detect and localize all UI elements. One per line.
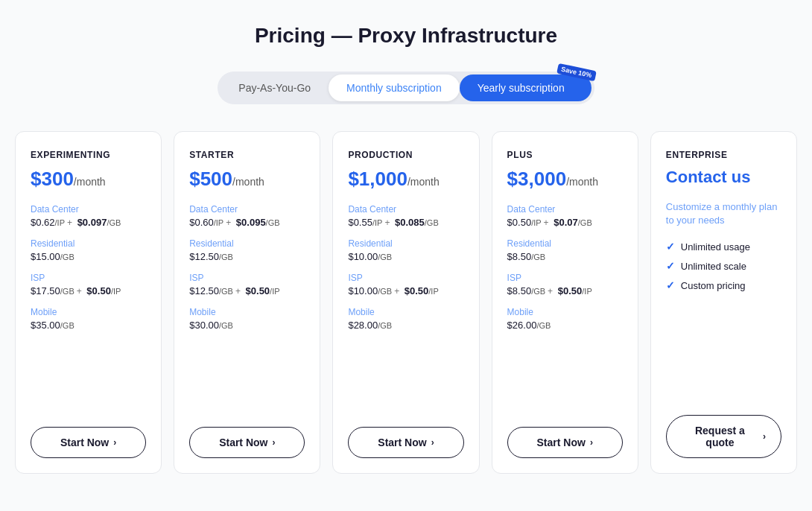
check-icon: ✓: [666, 279, 675, 291]
enterprise-subtitle: Customize a monthly plan to your needs: [666, 200, 781, 227]
pricing-card-starter: STARTER $500/month Data Center $0.60/IP+…: [174, 131, 320, 474]
pricing-cards: EXPERIMENTING $300/month Data Center $0.…: [15, 131, 797, 474]
feature-section: Mobile $26.00/GB: [507, 307, 623, 331]
feature-section: Mobile $35.00/GB: [31, 307, 146, 331]
feature-value: $0.62/IP+ $0.097/GB: [31, 217, 146, 228]
pricing-card-plus: PLUS $3,000/month Data Center $0.50/IP+ …: [492, 131, 638, 474]
feature-value: $12.50/GB+ $0.50/IP: [189, 285, 305, 296]
plan-price-starter: $500/month: [189, 168, 305, 191]
feature-category: Data Center: [31, 204, 146, 215]
feature-value: $8.50/GB: [507, 251, 623, 262]
check-icon: ✓: [666, 260, 675, 272]
chevron-right-icon: ›: [113, 437, 116, 448]
feature-value: $35.00/GB: [31, 320, 146, 331]
feature-category: ISP: [31, 273, 146, 283]
feature-section: Data Center $0.55/IP+ $0.085/GB: [348, 204, 463, 228]
plan-price-production: $1,000/month: [348, 168, 463, 191]
enterprise-feature: ✓ Unlimited scale: [666, 260, 781, 272]
billing-toggle: Pay-As-You-Go Monthly subscription Yearl…: [218, 72, 594, 104]
feature-value: $15.00/GB: [31, 251, 146, 262]
billing-option-payg[interactable]: Pay-As-You-Go: [221, 74, 329, 101]
feature-value: $12.50/GB: [189, 251, 305, 262]
feature-section: Mobile $28.00/GB: [348, 307, 463, 331]
plan-name-enterprise: ENTERPRISE: [666, 150, 781, 160]
feature-section: Mobile $30.00/GB: [189, 307, 305, 331]
plan-name-starter: STARTER: [189, 150, 305, 160]
feature-section: Residential $15.00/GB: [31, 238, 146, 262]
pricing-card-enterprise: ENTERPRISEContact usCustomize a monthly …: [650, 131, 797, 474]
feature-category: ISP: [507, 273, 623, 283]
chevron-right-icon: ›: [763, 431, 766, 442]
feature-value: $17.50/GB+ $0.50/IP: [31, 285, 146, 296]
feature-section: Data Center $0.50/IP+ $0.07/GB: [507, 204, 623, 228]
feature-category: Mobile: [189, 307, 305, 317]
feature-category: Residential: [31, 238, 146, 249]
plan-name-production: PRODUCTION: [348, 150, 463, 160]
feature-section: ISP $8.50/GB+ $0.50/IP: [507, 273, 623, 296]
feature-value: $0.60/IP+ $0.095/GB: [189, 217, 305, 228]
feature-category: Mobile: [348, 307, 463, 317]
cta-button-production[interactable]: Start Now ›: [348, 427, 463, 458]
feature-value: $0.50/IP+ $0.07/GB: [507, 217, 623, 228]
feature-value: $0.55/IP+ $0.085/GB: [348, 217, 463, 228]
enterprise-feature: ✓ Custom pricing: [666, 279, 781, 291]
feature-category: Residential: [189, 238, 305, 249]
feature-value: $8.50/GB+ $0.50/IP: [507, 285, 623, 296]
enterprise-feature: ✓ Unlimited usage: [666, 241, 781, 253]
plan-price-enterprise: Contact us: [666, 168, 781, 187]
feature-category: Data Center: [348, 204, 463, 215]
feature-section: ISP $12.50/GB+ $0.50/IP: [189, 273, 305, 296]
feature-category: ISP: [348, 273, 463, 283]
feature-section: Data Center $0.60/IP+ $0.095/GB: [189, 204, 305, 228]
billing-option-yearly[interactable]: Yearly subscription Save 10%: [460, 74, 591, 101]
cta-button-plus[interactable]: Start Now ›: [507, 427, 623, 458]
feature-section: Data Center $0.62/IP+ $0.097/GB: [31, 204, 146, 228]
feature-value: $30.00/GB: [189, 320, 305, 331]
save-badge: Save 10%: [556, 63, 596, 81]
feature-value: $10.00/GB: [348, 251, 463, 262]
feature-category: Mobile: [31, 307, 146, 317]
feature-section: Residential $10.00/GB: [348, 238, 463, 262]
plan-name-plus: PLUS: [507, 150, 623, 160]
feature-category: Residential: [507, 238, 623, 249]
feature-value: $28.00/GB: [348, 320, 463, 331]
cta-button-enterprise[interactable]: Request a quote ›: [666, 415, 781, 458]
check-icon: ✓: [666, 241, 675, 253]
feature-value: $26.00/GB: [507, 320, 623, 331]
billing-option-monthly[interactable]: Monthly subscription: [329, 74, 460, 101]
feature-section: Residential $12.50/GB: [189, 238, 305, 262]
cta-button-starter[interactable]: Start Now ›: [189, 427, 305, 458]
chevron-right-icon: ›: [431, 437, 434, 448]
feature-section: ISP $17.50/GB+ $0.50/IP: [31, 273, 146, 296]
plan-name-experimenting: EXPERIMENTING: [31, 150, 146, 160]
plan-price-experimenting: $300/month: [31, 168, 146, 191]
pricing-card-production: PRODUCTION $1,000/month Data Center $0.5…: [332, 131, 479, 474]
feature-category: Mobile: [507, 307, 623, 317]
feature-category: Data Center: [507, 204, 623, 215]
feature-section: ISP $10.00/GB+ $0.50/IP: [348, 273, 463, 296]
feature-category: ISP: [189, 273, 305, 283]
page-title: Pricing — Proxy Infrastructure: [255, 24, 557, 48]
feature-section: Residential $8.50/GB: [507, 238, 623, 262]
pricing-card-experimenting: EXPERIMENTING $300/month Data Center $0.…: [15, 131, 162, 474]
feature-category: Residential: [348, 238, 463, 249]
chevron-right-icon: ›: [590, 437, 593, 448]
feature-value: $10.00/GB+ $0.50/IP: [348, 285, 463, 296]
feature-category: Data Center: [189, 204, 305, 215]
plan-price-plus: $3,000/month: [507, 168, 623, 191]
cta-button-experimenting[interactable]: Start Now ›: [31, 427, 146, 458]
chevron-right-icon: ›: [272, 437, 275, 448]
